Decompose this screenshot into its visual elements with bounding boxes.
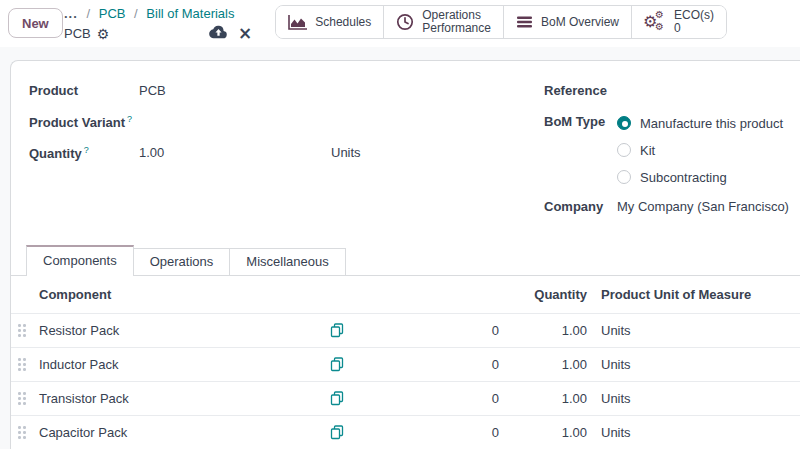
bom-type-label: BoM Type [544, 114, 617, 129]
stat-label: Schedules [315, 16, 371, 29]
quantity-value[interactable]: 1.00 [139, 145, 331, 160]
row-aux-count: 0 [357, 391, 507, 406]
clock-icon [396, 13, 414, 31]
product-variant-label: Product Variant? [29, 114, 139, 130]
row-aux-count: 0 [357, 357, 507, 372]
drag-handle-icon[interactable] [11, 426, 37, 439]
row-quantity[interactable]: 1.00 [507, 323, 591, 338]
breadcrumb-ellipsis[interactable]: ... [64, 6, 78, 21]
page-body: Product PCB Product Variant? Quantity? 1… [0, 47, 800, 449]
quantity-column-header[interactable]: Quantity [507, 287, 591, 302]
operations-performance-button[interactable]: Operations Performance [383, 6, 503, 38]
quantity-label: Quantity? [29, 145, 139, 161]
tab-miscellaneous[interactable]: Miscellaneous [229, 248, 345, 275]
radio-icon [617, 170, 631, 184]
copy-icon [330, 357, 344, 372]
breadcrumb-separator: / [134, 6, 138, 21]
table-row[interactable]: Inductor Pack 0 1.00 Units [11, 347, 800, 381]
component-name[interactable]: Inductor Pack [37, 357, 317, 372]
copy-icon [330, 323, 344, 338]
breadcrumb-link-bill-of-materials[interactable]: Bill of Materials [146, 6, 234, 21]
help-icon: ? [127, 114, 132, 124]
drag-handle-icon[interactable] [11, 324, 37, 337]
row-uom[interactable]: Units [591, 357, 800, 372]
duplicate-row-button[interactable] [328, 389, 346, 408]
drag-handle-icon[interactable] [11, 358, 37, 371]
table-row[interactable]: Capacitor Pack 0 1.00 Units [11, 415, 800, 449]
bom-overview-button[interactable]: BoM Overview [503, 6, 631, 38]
list-icon [516, 15, 533, 29]
component-column-header[interactable]: Component [37, 287, 317, 302]
discard-button[interactable]: × [238, 23, 252, 43]
duplicate-row-button[interactable] [328, 321, 346, 340]
reference-label: Reference [544, 83, 617, 98]
breadcrumb-separator: / [86, 6, 90, 21]
radio-subcontracting[interactable]: Subcontracting [617, 168, 783, 186]
eco-count: 0 [674, 21, 681, 35]
uom-column-header[interactable]: Product Unit of Measure [591, 287, 800, 302]
product-value[interactable]: PCB [139, 83, 166, 98]
stat-label: BoM Overview [541, 16, 619, 29]
components-table: Component Quantity Product Unit of Measu… [11, 276, 800, 449]
close-icon: × [238, 23, 252, 43]
copy-icon [330, 425, 344, 440]
company-label: Company [544, 199, 617, 214]
notebook-tabs: Components Operations Miscellaneous [11, 245, 800, 276]
control-panel: New ... / PCB / Bill of Materials PCB ⚙ … [0, 0, 800, 47]
drag-handle-icon[interactable] [11, 392, 37, 405]
component-name[interactable]: Capacitor Pack [37, 425, 317, 440]
stat-label: Operations Performance [422, 9, 491, 35]
copy-icon [330, 391, 344, 406]
new-button[interactable]: New [8, 8, 63, 38]
cloud-upload-save-button[interactable] [209, 25, 228, 42]
radio-kit[interactable]: Kit [617, 141, 783, 159]
cloud-upload-icon [209, 25, 228, 39]
help-icon: ? [84, 145, 89, 155]
row-quantity[interactable]: 1.00 [507, 425, 591, 440]
component-name[interactable]: Transistor Pack [37, 391, 317, 406]
row-uom[interactable]: Units [591, 323, 800, 338]
table-header: Component Quantity Product Unit of Measu… [11, 276, 800, 313]
row-quantity[interactable]: 1.00 [507, 391, 591, 406]
product-label: Product [29, 83, 139, 98]
tab-components[interactable]: Components [26, 245, 134, 276]
row-quantity[interactable]: 1.00 [507, 357, 591, 372]
eco-button[interactable]: ⚙ ⚙ ⚙ ECO(s) 0 [631, 6, 726, 38]
record-title: PCB [64, 25, 91, 43]
table-row[interactable]: Transistor Pack 0 1.00 Units [11, 381, 800, 415]
table-row[interactable]: Resistor Pack 0 1.00 Units [11, 313, 800, 347]
radio-icon [617, 116, 631, 130]
quantity-uom[interactable]: Units [331, 145, 361, 160]
duplicate-row-button[interactable] [328, 423, 346, 442]
component-name[interactable]: Resistor Pack [37, 323, 317, 338]
form-fields: Product PCB Product Variant? Quantity? 1… [11, 61, 800, 230]
breadcrumb-link-pcb[interactable]: PCB [99, 6, 126, 21]
row-uom[interactable]: Units [591, 425, 800, 440]
row-aux-count: 0 [357, 323, 507, 338]
stat-label: ECO(s) 0 [674, 9, 714, 35]
gears-icon: ⚙ ⚙ ⚙ [644, 11, 666, 33]
bom-type-radio-group: Manufacture this product Kit Subcontract… [617, 114, 783, 186]
row-uom[interactable]: Units [591, 391, 800, 406]
stat-button-group: Schedules Operations Performance BoM Ove… [275, 5, 727, 39]
gear-icon[interactable]: ⚙ [97, 27, 110, 41]
radio-manufacture-this-product[interactable]: Manufacture this product [617, 114, 783, 132]
form-sheet: Product PCB Product Variant? Quantity? 1… [10, 60, 800, 449]
duplicate-row-button[interactable] [328, 355, 346, 374]
radio-icon [617, 143, 631, 157]
area-chart-icon [288, 15, 307, 30]
tab-operations[interactable]: Operations [133, 248, 231, 275]
row-aux-count: 0 [357, 425, 507, 440]
company-value[interactable]: My Company (San Francisco) [617, 199, 789, 214]
schedules-button[interactable]: Schedules [276, 6, 383, 38]
